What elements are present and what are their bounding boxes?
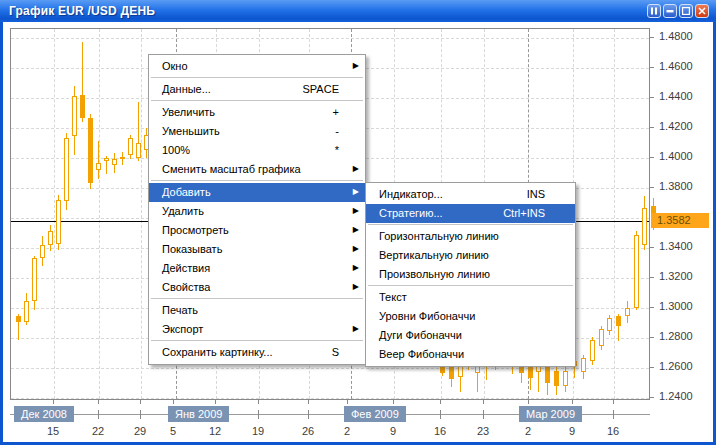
candle-bull <box>112 159 117 165</box>
submenu-arrow-icon: ▶ <box>353 320 359 339</box>
price-tick <box>650 157 654 158</box>
maximize-icon <box>682 7 690 15</box>
menu-item[interactable]: Экспорт▶ <box>149 320 365 339</box>
price-label: 1.4600 <box>659 60 693 72</box>
time-tick <box>258 400 259 404</box>
price-label: 1.3000 <box>659 300 693 312</box>
horizontal-gridline <box>11 38 649 39</box>
minimize-button[interactable] <box>663 4 677 18</box>
submenu-arrow-icon: ▶ <box>353 160 359 179</box>
menu-item[interactable]: Сохранить картинку...S <box>149 343 365 362</box>
candle-bull <box>625 308 630 316</box>
date-label: 23 <box>470 425 496 437</box>
add-submenu: Индикатор...INSСтратегию...Ctrl+INSГориз… <box>365 182 576 367</box>
candle-bear <box>545 365 550 383</box>
submenu-arrow-icon: ▶ <box>353 259 359 278</box>
price-tick <box>650 67 654 68</box>
time-tick <box>440 400 441 404</box>
menu-item-shortcut: - <box>335 122 339 141</box>
menu-item[interactable]: Просмотреть▶ <box>149 221 365 240</box>
menu-item-label: Вертикальную линию <box>379 246 489 265</box>
time-tick <box>572 400 573 404</box>
menu-item[interactable]: Уменьшить- <box>149 122 365 141</box>
time-tick <box>440 410 441 419</box>
date-label: 12 <box>202 425 228 437</box>
menu-item[interactable]: Вертикальную линию <box>366 246 575 265</box>
price-label: 1.4200 <box>659 120 693 132</box>
month-badge: Дек 2008 <box>14 406 74 422</box>
menu-item-shortcut: S <box>332 343 339 362</box>
candle-bull <box>32 258 37 301</box>
menu-item[interactable]: Индикатор...INS <box>366 185 575 204</box>
menu-item[interactable]: Показывать▶ <box>149 240 365 259</box>
menu-item[interactable]: Увеличить+ <box>149 103 365 122</box>
maximize-button[interactable] <box>679 4 693 18</box>
price-label: 1.4000 <box>659 150 693 162</box>
pause-button[interactable] <box>647 4 661 18</box>
price-label: 1.3400 <box>659 240 693 252</box>
menu-item[interactable]: Произвольную линию <box>366 265 575 284</box>
candle-bear <box>554 371 559 386</box>
menu-item[interactable]: Добавить▶ <box>149 183 365 202</box>
candle-bull <box>104 158 109 161</box>
menu-item-label: Стратегию... <box>379 204 443 223</box>
menu-item[interactable]: Веер Фибоначчи <box>366 345 575 364</box>
menu-item[interactable]: Текст <box>366 288 575 307</box>
menu-item-label: Окно <box>162 57 188 76</box>
candle-bear <box>88 118 93 183</box>
date-label: 29 <box>127 425 153 437</box>
menu-item-shortcut: INS <box>527 185 545 204</box>
candle-bull <box>72 96 77 136</box>
price-tick <box>650 367 654 368</box>
menu-item[interactable]: Действия▶ <box>149 259 365 278</box>
candle-bull <box>40 245 45 258</box>
menu-item-label: Свойства <box>162 278 210 297</box>
menu-item[interactable]: Стратегию...Ctrl+INS <box>366 204 575 223</box>
submenu-arrow-icon: ▶ <box>353 57 359 76</box>
close-button[interactable] <box>695 4 709 18</box>
menu-item[interactable]: Удалить▶ <box>149 202 365 221</box>
menu-item-label: Печать <box>162 301 198 320</box>
menu-item-label: Удалить <box>162 202 204 221</box>
menu-item-shortcut: * <box>335 141 339 160</box>
price-tick <box>650 247 654 248</box>
date-label: 19 <box>245 425 271 437</box>
candle-bull <box>563 371 568 386</box>
price-tick <box>650 187 654 188</box>
time-tick <box>215 400 216 404</box>
time-tick <box>483 410 484 419</box>
menu-item[interactable]: 100%* <box>149 141 365 160</box>
candle-bull <box>128 138 133 155</box>
date-label: 16 <box>600 425 626 437</box>
time-tick <box>347 400 348 404</box>
candle-bull <box>581 358 586 372</box>
candle-bull <box>590 340 595 361</box>
title-bar[interactable]: График EUR /USD ДЕНЬ <box>0 0 716 22</box>
menu-item-shortcut: Ctrl+INS <box>503 204 545 223</box>
menu-item[interactable]: Горизонтальную линию <box>366 227 575 246</box>
time-tick <box>613 410 614 419</box>
date-label: 26 <box>295 425 321 437</box>
menu-item[interactable]: Дуги Фибоначчи <box>366 326 575 345</box>
window-controls <box>647 4 709 18</box>
pause-icon <box>650 7 658 15</box>
candle-bull <box>642 208 647 245</box>
price-tick <box>650 127 654 128</box>
menu-item-label: Сменить масштаб графика <box>162 160 301 179</box>
date-label: 2 <box>334 425 360 437</box>
price-label: 1.3200 <box>659 270 693 282</box>
candle-bull <box>120 157 125 159</box>
menu-item[interactable]: Окно▶ <box>149 57 365 76</box>
menu-item[interactable]: Данные...SPACE <box>149 80 365 99</box>
time-tick <box>308 410 309 419</box>
menu-item[interactable]: Свойства▶ <box>149 278 365 297</box>
month-badge: Янв 2009 <box>168 406 229 422</box>
candle-bull <box>599 329 604 346</box>
menu-item-label: Данные... <box>162 80 211 99</box>
date-label: 22 <box>85 425 111 437</box>
menu-item-label: 100% <box>162 141 190 160</box>
menu-item[interactable]: Уровни Фибоначчи <box>366 307 575 326</box>
menu-item[interactable]: Печать <box>149 301 365 320</box>
menu-item-shortcut: SPACE <box>303 80 339 99</box>
menu-item[interactable]: Сменить масштаб графика▶ <box>149 160 365 179</box>
